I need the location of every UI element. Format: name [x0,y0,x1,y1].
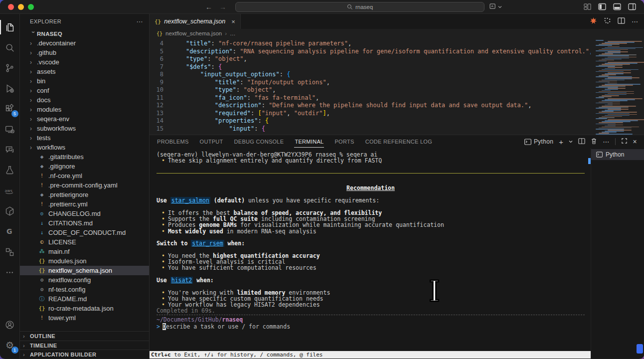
close-panel-icon[interactable]: × [633,138,637,146]
command-center-search[interactable]: rnaseq [235,2,484,12]
nf-core-extension-icon[interactable] [590,17,597,26]
breadcrumb[interactable]: {} nextflow_schema.json › … [150,29,644,38]
layout-control-button[interactable] [489,3,502,10]
search-icon[interactable] [0,37,20,58]
chevron-right-icon: › [225,30,227,36]
section-timeline[interactable]: ›TIMELINE [20,341,149,350]
section-outline[interactable]: ›OUTLINE [20,332,149,341]
folder-row-tests[interactable]: ›tests [20,133,149,143]
file-row-CHANGELOG-md[interactable]: ⊙CHANGELOG.md [20,209,149,218]
chevron-right-icon: › [23,333,30,339]
remote-explorer-icon[interactable] [0,119,20,140]
folder-row-assets[interactable]: ›assets [20,67,149,76]
gitlens-icon[interactable]: G [0,221,20,242]
terminal-ai-input[interactable]: ~/Documents/GitHub/rnaseq >Describe a ta… [157,315,585,330]
folder-row-conf[interactable]: ›conf [20,86,149,95]
toggle-primary-sidebar-icon[interactable] [598,3,606,10]
folder-row--github[interactable]: ›.github [20,48,149,57]
folder-row-docs[interactable]: ›docs [20,95,149,105]
minimap[interactable] [591,38,644,135]
file-type-icon: ◆ [38,191,46,198]
code-line: 8 "input_output_options": { [150,71,591,79]
panel-tab-problems[interactable]: PROBLEMS [157,136,189,147]
folder-row-bin[interactable]: ›bin [20,76,149,86]
activity-bar: 5awsG ⚙1 [0,14,20,359]
panel-tab-debug-console[interactable]: DEBUG CONSOLE [234,136,285,147]
file-row-main-nf[interactable]: ⁂main.nf [20,247,149,256]
panel-tab-output[interactable]: OUTPUT [199,136,224,147]
search-value: rnaseq [355,4,373,10]
file-row-tower-yml[interactable]: !tower.yml [20,313,149,323]
folder-row-modules[interactable]: ›modules [20,105,149,114]
project-manager-icon[interactable] [0,242,20,262]
kill-terminal-icon[interactable] [591,138,597,146]
file-row-CODE_OF_CONDUCT-md[interactable]: ↓CODE_OF_CONDUCT.md [20,228,149,237]
more-icon[interactable] [0,262,20,283]
file-type-icon: ◆ [38,163,46,170]
source-control-icon[interactable] [0,58,20,78]
panel-corner-indicator [637,344,643,354]
explorer-icon[interactable] [0,17,20,37]
file-row-LICENSE[interactable]: ©LICENSE [20,237,149,247]
explorer-more-actions-icon[interactable]: ⋯ [137,18,143,25]
workspace-root-folder[interactable]: › RNASEQ [20,29,149,38]
nav-back-button[interactable]: ← [205,3,212,11]
file-row--gitignore[interactable]: ◆.gitignore [20,162,149,171]
close-tab-icon[interactable]: × [231,18,235,25]
panel-tab-ports[interactable]: PORTS [334,136,354,147]
panel-more-actions-icon[interactable]: ⋯ [603,138,609,146]
folder-row--vscode[interactable]: ›.vscode [20,57,149,67]
file-row-modules-json[interactable]: {}modules.json [20,256,149,266]
aws-icon[interactable]: aws [0,180,20,201]
close-window-button[interactable] [8,4,14,10]
folder-row--devcontainer[interactable]: ›.devcontainer [20,38,149,48]
file-row--pre-commit-config-yaml[interactable]: !.pre-commit-config.yaml [20,180,149,190]
file-row-CITATIONS-md[interactable]: ↓CITATIONS.md [20,218,149,228]
testing-icon[interactable] [0,160,20,180]
hexagon-icon[interactable] [0,201,20,221]
json-file-icon: {} [155,18,161,25]
accounts-icon[interactable] [0,315,20,335]
code-editor[interactable]: 4 "title": "nf-core/rnaseq pipeline para… [150,38,591,135]
file-row-nextflow-config[interactable]: ⚙nextflow.config [20,275,149,285]
terminal-list-item-python[interactable]: Python [591,149,644,160]
run-debug-icon[interactable] [0,78,20,99]
file-row--prettierignore[interactable]: ◆.prettierignore [20,190,149,199]
file-row--nf-core-yml[interactable]: !.nf-core.yml [20,171,149,180]
bottom-panel: PROBLEMSOUTPUTDEBUG CONSOLETERMINALPORTS… [150,135,644,359]
extensions-icon[interactable]: 5 [0,99,20,119]
chat-icon[interactable] [0,140,20,160]
file-row-nextflow_schema-json[interactable]: {}nextflow_schema.json [20,266,149,275]
section-application-builder[interactable]: ›APPLICATION BUILDER [20,350,149,359]
customize-layout-icon[interactable] [584,3,591,10]
editor-more-actions-icon[interactable]: ⋯ [632,18,638,25]
toggle-panel-icon[interactable] [613,3,621,10]
terminal-dropdown-icon[interactable] [569,138,573,145]
file-row--gitattributes[interactable]: ◆.gitattributes [20,152,149,162]
chevron-right-icon: › [30,97,37,104]
terminal[interactable]: (seqera-env) llewelyn-van-der-berg@KTW2Y… [150,148,591,359]
split-editor-icon[interactable] [618,17,625,26]
tab-nextflow-schema[interactable]: {} nextflow_schema.json × [150,14,241,29]
file-row-README-md[interactable]: ⓘREADME.md [20,294,149,304]
file-row-nf-test-config[interactable]: ⚙nf-test.config [20,285,149,294]
folder-row-subworkflows[interactable]: ›subworkflows [20,124,149,133]
new-terminal-icon[interactable]: + [559,138,563,146]
zoom-window-button[interactable] [28,4,34,10]
maximize-panel-icon[interactable] [621,138,628,146]
settings-icon[interactable]: ⚙1 [0,335,20,356]
chevron-right-icon: › [30,106,37,113]
nav-forward-button[interactable]: → [219,3,226,11]
folder-row-workflows[interactable]: ›workflows [20,143,149,152]
toggle-secondary-sidebar-icon[interactable] [628,3,636,10]
panel-tab-terminal[interactable]: TERMINAL [294,136,324,148]
ai-prompt-line[interactable]: >Describe a task or use / for commands [157,324,585,330]
panel-tab-code-reference-log[interactable]: CODE REFERENCE LOG [365,136,433,147]
minimize-window-button[interactable] [18,4,24,10]
folder-row-seqera-env[interactable]: ›seqera-env [20,114,149,124]
organize-json-icon[interactable] [604,17,611,26]
active-shell-label[interactable]: Python [524,138,553,145]
file-row--prettierrc-yml[interactable]: !.prettierrc.yml [20,199,149,209]
split-terminal-icon[interactable] [578,138,585,146]
file-row-ro-crate-metadata-json[interactable]: {}ro-crate-metadata.json [20,304,149,313]
